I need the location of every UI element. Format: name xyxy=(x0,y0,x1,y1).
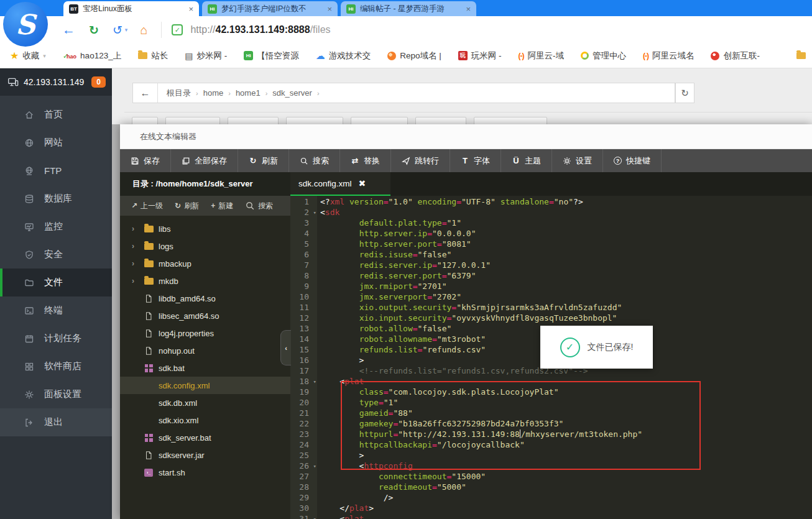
undo-icon[interactable]: ↺ xyxy=(113,23,122,37)
bookmark-5[interactable]: Hi【悟空资源 xyxy=(244,50,299,62)
tree-item-libdb_amd64.so[interactable]: libdb_amd64.so xyxy=(120,290,290,307)
tree-item-nohup.out[interactable]: nohup.out xyxy=(120,342,290,359)
code-line-30[interactable]: 30 </plat> xyxy=(290,503,812,513)
code-line-10[interactable]: 10 jmx.serverport="2702" xyxy=(290,292,812,302)
sidebar-item-监控[interactable]: 监控 xyxy=(0,213,112,241)
toolbar-button-全部保存[interactable]: 全部保存 xyxy=(171,149,238,172)
message-count-badge[interactable]: 0 xyxy=(91,76,106,88)
toolbar-button-保存[interactable]: 保存 xyxy=(120,149,171,172)
breadcrumb-back-icon[interactable]: ← xyxy=(133,83,158,103)
sidebar-item-面板设置[interactable]: 面板设置 xyxy=(0,380,112,408)
breadcrumb-segment[interactable]: home1 xyxy=(236,88,261,98)
fold-arrow-icon[interactable]: ▾ xyxy=(313,514,316,519)
chevron-right-icon[interactable]: › xyxy=(132,224,139,233)
tree-item-start.sh[interactable]: ›_start.sh xyxy=(120,464,290,481)
tree-action-上一级[interactable]: ↗上一级 xyxy=(131,201,163,211)
tree-item-sdkserver.jar[interactable]: sdkserver.jar xyxy=(120,446,290,464)
tree-action-新建[interactable]: +新建 xyxy=(211,201,233,211)
breadcrumb-refresh-icon[interactable]: ↻ xyxy=(675,83,694,103)
toolbar-button-刷新[interactable]: ↻刷新 xyxy=(238,149,289,172)
reload-icon[interactable]: ↻ xyxy=(89,23,99,37)
bookmark-4[interactable]: ▤炒米网 - xyxy=(185,50,227,62)
back-icon[interactable]: ← xyxy=(62,22,75,37)
chevron-right-icon[interactable]: › xyxy=(132,277,139,285)
tab-close-icon[interactable]: × xyxy=(466,4,471,14)
chevron-right-icon[interactable]: › xyxy=(132,242,139,250)
tree-item-sdk.config.xml[interactable]: sdk.config.xml xyxy=(120,377,290,394)
breadcrumb-segment[interactable]: sdk_server xyxy=(272,88,312,98)
bookmark-10[interactable]: 管理中心 xyxy=(581,50,626,62)
code-line-8[interactable]: 8 redis.server.port="6379" xyxy=(290,270,812,281)
code-line-6[interactable]: 6 redis.isuse="false" xyxy=(290,249,812,260)
breadcrumb-segment[interactable]: home xyxy=(203,88,224,98)
browser-tab-1[interactable]: BT宝塔Linux面板× xyxy=(63,1,199,16)
code-line-4[interactable]: 4 http.server.ip="0.0.0.0" xyxy=(290,228,812,239)
code-line-12[interactable]: 12 xio.input.security="oyvxyskVhnydfl8vg… xyxy=(290,313,812,323)
tree-item-sdk.bat[interactable]: sdk.bat xyxy=(120,359,290,377)
editor-tab-active[interactable]: sdk.config.xml ✖ xyxy=(290,172,390,196)
code-line-5[interactable]: 5 http.server.port="8081" xyxy=(290,239,812,249)
tree-item-logs[interactable]: ›logs xyxy=(120,237,290,255)
tree-collapse-handle[interactable]: ‹ xyxy=(280,330,291,365)
toolbar-button-跳转行[interactable]: 跳转行 xyxy=(391,149,450,172)
browser-home-icon[interactable]: ⌂ xyxy=(140,23,147,37)
fold-arrow-icon[interactable]: ▾ xyxy=(313,208,316,218)
code-line-1[interactable]: 1<?xml version="1.0" encoding="UTF-8" st… xyxy=(290,196,812,207)
browser-tab-3[interactable]: Hi编辑帖子 - 星梦西游手游× xyxy=(341,1,476,16)
code-line-29[interactable]: 29 /> xyxy=(290,492,812,503)
toolbar-button-主题[interactable]: Ü主题 xyxy=(501,149,552,172)
toolbar-button-替换[interactable]: ⇄替换 xyxy=(340,149,391,172)
bookmark-11[interactable]: (-)阿里云域名 xyxy=(643,50,694,62)
tree-item-sdk_server.bat[interactable]: sdk_server.bat xyxy=(120,429,290,446)
tab-close-icon[interactable]: × xyxy=(327,4,332,14)
undo-dropdown-icon[interactable]: ▾ xyxy=(125,27,128,33)
tab-close-icon[interactable]: × xyxy=(188,4,193,14)
sidebar-item-数据库[interactable]: 数据库 xyxy=(0,185,112,213)
tree-item-libsec_amd64.so[interactable]: libsec_amd64.so xyxy=(120,307,290,324)
bookmark-8[interactable]: 玩玩米网 - xyxy=(458,50,502,62)
code-line-7[interactable]: 7 redis.server.ip="127.0.0.1" xyxy=(290,260,812,270)
browser-tab-2[interactable]: Hi梦幻手游客户端IP位数不× xyxy=(202,1,338,16)
address-bar[interactable]: http://42.193.131.149:8888/files xyxy=(190,24,330,35)
sogou-browser-logo[interactable]: S xyxy=(3,2,48,47)
sidebar-item-FTP[interactable]: FTP xyxy=(0,157,112,185)
code-line-9[interactable]: 9 jmx.rmiport="2701" xyxy=(290,281,812,292)
fold-arrow-icon[interactable]: ▾ xyxy=(313,461,316,472)
bookmark-6[interactable]: ☁游戏技术交 xyxy=(316,50,371,62)
tree-item-sdk.xio.xml[interactable]: sdk.xio.xml xyxy=(120,411,290,429)
tree-item-libs[interactable]: ›libs xyxy=(120,220,290,237)
sidebar-item-终端[interactable]: 终端 xyxy=(0,296,112,324)
breadcrumb-path[interactable]: 根目录›home›home1›sdk_server› xyxy=(158,88,320,99)
code-line-31[interactable]: 31▾ <plat xyxy=(290,513,812,519)
sidebar-item-计划任务[interactable]: 计划任务 xyxy=(0,324,112,352)
tree-item-mkdb[interactable]: ›mkdb xyxy=(120,272,290,290)
sidebar-item-软件商店[interactable]: 软件商店 xyxy=(0,352,112,380)
editor-tab-close-icon[interactable]: ✖ xyxy=(359,178,366,188)
tree-item-sdk.db.xml[interactable]: sdk.db.xml xyxy=(120,394,290,411)
server-header[interactable]: 42.193.131.149 0 xyxy=(0,68,112,96)
tree-item-log4j.properties[interactable]: log4j.properties xyxy=(120,324,290,342)
code-line-27[interactable]: 27 connecttimeout="15000" xyxy=(290,471,812,482)
sidebar-item-退出[interactable]: 退出 xyxy=(0,408,112,436)
breadcrumb-segment[interactable]: 根目录 xyxy=(167,88,191,99)
code-line-3[interactable]: 3 default.plat.type="1" xyxy=(290,218,812,228)
tree-action-刷新[interactable]: ↻刷新 xyxy=(175,201,199,211)
code-line-28[interactable]: 28 readtimeout="5000" xyxy=(290,482,812,492)
tree-item-mbackup[interactable]: ›mbackup xyxy=(120,255,290,272)
toolbar-button-字体[interactable]: T字体 xyxy=(450,149,501,172)
sidebar-item-网站[interactable]: 网站 xyxy=(0,129,112,157)
bookmark-1[interactable]: ★收藏▾ xyxy=(10,50,46,62)
bookmark-9[interactable]: (-)阿里云-域 xyxy=(518,50,564,62)
bookmark-folder-edge-icon[interactable] xyxy=(796,52,806,59)
toolbar-button-搜索[interactable]: 搜索 xyxy=(289,149,340,172)
sidebar-item-安全[interactable]: 安全 xyxy=(0,241,112,269)
toolbar-button-快捷键[interactable]: ?快捷键 xyxy=(603,149,662,172)
site-safety-shield-icon[interactable]: ✓ xyxy=(172,24,183,35)
bookmark-12[interactable]: 创新互联- xyxy=(711,50,760,62)
bookmark-3[interactable]: 站长 xyxy=(138,50,168,62)
toolbar-button-设置[interactable]: 设置 xyxy=(552,149,603,172)
sidebar-item-文件[interactable]: 文件 xyxy=(0,269,112,296)
fold-arrow-icon[interactable]: ▾ xyxy=(313,377,316,387)
code-line-11[interactable]: 11 xio.output.security="khSrmjpjrsarmks3… xyxy=(290,302,812,313)
sidebar-item-首页[interactable]: 首页 xyxy=(0,101,112,129)
